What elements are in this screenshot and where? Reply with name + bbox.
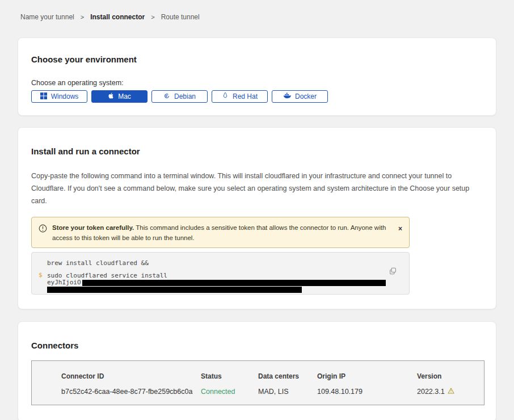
os-button-label: Docker [295, 93, 317, 100]
connectors-table-header: Connector ID Status Data centers Origin … [61, 372, 484, 380]
breadcrumb-step-name-your-tunnel[interactable]: Name your tunnel [20, 13, 74, 21]
version-value: 2022.3.1 [417, 388, 445, 396]
os-button-mac[interactable]: Mac [91, 90, 148, 103]
table-row: b7c52c42-6caa-48ee-8c77-fbe259cb6c0a Con… [61, 388, 484, 396]
os-button-group: Windows Mac Debian Red Hat Docker [31, 90, 479, 103]
token-redaction-bar [82, 280, 386, 286]
cell-version: 2022.3.1 [417, 388, 484, 396]
code-line-token: eyJhIjoiO [47, 279, 386, 286]
os-select-label: Choose an operating system: [31, 79, 479, 87]
os-button-label: Red Hat [233, 93, 258, 100]
connectors-card: Connectors Connector ID Status Data cent… [18, 321, 496, 420]
connectors-card-title: Connectors [31, 341, 483, 350]
code-line-service-install: sudo cloudflared service install [47, 272, 386, 279]
header-origin-ip: Origin IP [317, 372, 417, 380]
install-description: Copy-paste the following command into a … [31, 170, 479, 207]
apple-icon [108, 92, 114, 101]
breadcrumb: Name your tunnel > Install connector > R… [0, 0, 514, 21]
install-card-title: Install and run a connector [31, 146, 479, 156]
token-prefix: eyJhIjoiO [47, 279, 81, 286]
alert-circle-icon [39, 224, 47, 235]
copy-icon[interactable] [389, 267, 397, 276]
os-button-label: Windows [51, 93, 79, 100]
os-button-windows[interactable]: Windows [31, 90, 87, 103]
environment-card: Choose your environment Choose an operat… [18, 37, 496, 116]
breadcrumb-step-route-tunnel[interactable]: Route tunnel [161, 13, 200, 21]
header-data-centers: Data centers [258, 372, 317, 380]
environment-card-title: Choose your environment [31, 54, 479, 64]
os-button-label: Mac [118, 93, 131, 100]
cell-data-centers: MAD, LIS [258, 388, 317, 396]
os-button-docker[interactable]: Docker [272, 90, 328, 103]
os-button-debian[interactable]: Debian [151, 90, 208, 103]
token-warning-banner: Store your token carefully. This command… [31, 217, 410, 248]
code-line-token-2 [47, 286, 386, 293]
connectors-table: Connector ID Status Data centers Origin … [31, 360, 484, 405]
status-badge: Connected [201, 388, 258, 396]
breadcrumb-separator: > [151, 14, 154, 20]
debian-icon [163, 93, 170, 101]
header-connector-id: Connector ID [61, 372, 201, 380]
close-icon[interactable]: × [398, 225, 402, 232]
install-connector-card: Install and run a connector Copy-paste t… [18, 127, 496, 309]
os-button-label: Debian [174, 93, 196, 100]
docker-icon [283, 93, 291, 100]
warning-title: Store your token carefully. [52, 224, 134, 231]
os-button-redhat[interactable]: Red Hat [212, 90, 268, 103]
header-status: Status [201, 372, 258, 380]
cell-origin-ip: 109.48.10.179 [317, 388, 417, 396]
breadcrumb-step-install-connector[interactable]: Install connector [90, 13, 145, 21]
install-command-code-block: $ brew install cloudflared && sudo cloud… [31, 252, 410, 295]
shell-prompt: $ [39, 271, 43, 279]
cell-connector-id: b7c52c42-6caa-48ee-8c77-fbe259cb6c0a [61, 388, 201, 396]
version-warning-icon [448, 388, 454, 396]
redhat-icon [222, 92, 229, 101]
warning-text: Store your token carefully. This command… [52, 222, 392, 243]
breadcrumb-separator: > [81, 14, 84, 20]
token-redaction-bar [47, 287, 302, 293]
code-line-brew: brew install cloudflared && [47, 260, 386, 267]
header-version: Version [417, 372, 484, 380]
windows-icon [40, 93, 47, 101]
